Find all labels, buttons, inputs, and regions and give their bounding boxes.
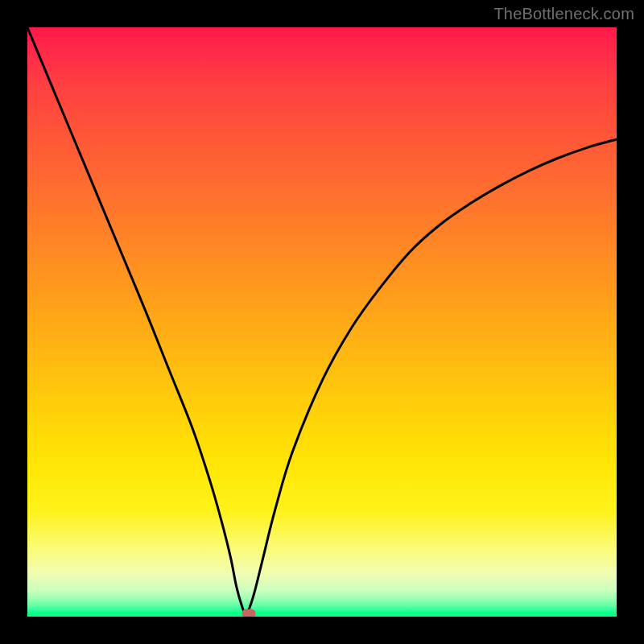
optimal-point-marker: [242, 609, 255, 617]
plot-area: [27, 27, 617, 617]
bottleneck-curve: [27, 27, 617, 617]
watermark-text: TheBottleneck.com: [493, 5, 634, 23]
